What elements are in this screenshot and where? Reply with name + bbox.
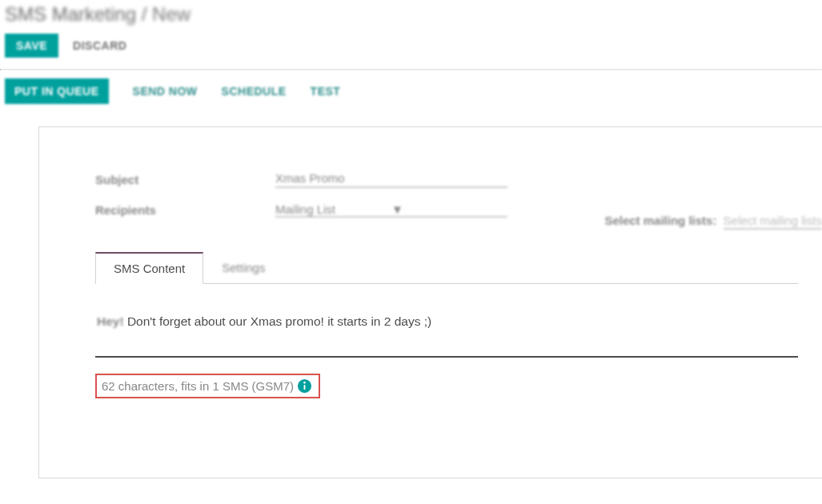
workflow-actions-bar: PUT IN QUEUE SEND NOW SCHEDULE TEST	[0, 70, 822, 112]
tabs: SMS Content Settings	[95, 251, 798, 284]
mailing-list-row: Select mailing lists: Select mailing lis…	[604, 214, 822, 227]
save-button[interactable]: SAVE	[5, 34, 58, 58]
recipients-label: Recipients	[95, 203, 275, 217]
recipients-value: Mailing List	[275, 202, 388, 216]
schedule-button[interactable]: SCHEDULE	[222, 85, 287, 98]
sms-body-prefix: Hey!	[97, 314, 124, 328]
svg-rect-1	[304, 385, 306, 390]
sms-counter-callout: 62 characters, fits in 1 SMS (GSM7)	[95, 374, 320, 398]
recipients-select[interactable]: Mailing List ▼	[275, 202, 507, 218]
discard-button[interactable]: DISCARD	[73, 39, 126, 52]
subject-label: Subject	[95, 173, 275, 186]
put-in-queue-button[interactable]: PUT IN QUEUE	[5, 78, 109, 104]
tab-sms-content[interactable]: SMS Content	[95, 252, 203, 284]
sms-body-text: Don't forget about our Xmas promo! it st…	[124, 314, 432, 328]
chevron-down-icon: ▼	[388, 202, 507, 216]
edit-actions-bar: SAVE DISCARD	[0, 26, 822, 69]
tab-settings[interactable]: Settings	[203, 252, 283, 284]
send-now-button[interactable]: SEND NOW	[133, 85, 198, 98]
svg-point-2	[303, 382, 306, 384]
breadcrumb-current: New	[152, 3, 190, 25]
mailing-list-label: Select mailing lists:	[604, 214, 716, 227]
breadcrumb-separator: /	[142, 3, 147, 25]
subject-input[interactable]: Xmas Promo	[275, 171, 507, 188]
breadcrumb-root[interactable]: SMS Marketing	[5, 3, 136, 25]
mailing-list-input[interactable]: Select mailing lists	[724, 214, 822, 230]
info-icon[interactable]	[297, 378, 312, 394]
form-sheet: Subject Xmas Promo Recipients Mailing Li…	[38, 126, 822, 478]
sms-body-input[interactable]: Hey! Don't forget about our Xmas promo! …	[95, 304, 798, 358]
test-button[interactable]: TEST	[311, 85, 341, 98]
sms-counter-text: 62 characters, fits in 1 SMS (GSM7)	[102, 379, 294, 393]
breadcrumb: SMS Marketing / New	[0, 0, 822, 26]
